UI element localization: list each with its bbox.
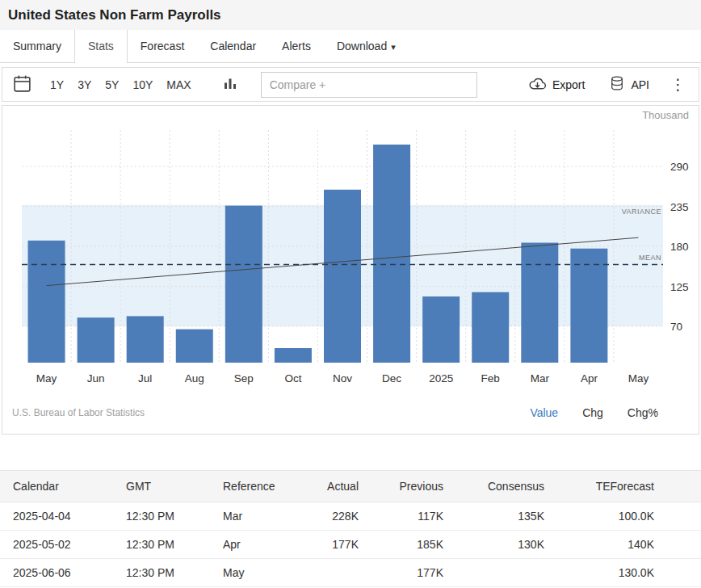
tab-calendar[interactable]: Calendar — [197, 30, 269, 62]
compare-input[interactable] — [261, 72, 477, 98]
tab-alerts[interactable]: Alerts — [269, 30, 324, 62]
cell-actual — [299, 559, 371, 587]
cell-previous: 117K — [371, 502, 456, 531]
cell-actual: 228K — [299, 502, 371, 531]
range-5y[interactable]: 5Y — [105, 78, 119, 91]
cell-calendar: 2025-06-06 — [0, 559, 113, 587]
api-label: API — [631, 78, 649, 91]
range-1y[interactable]: 1Y — [50, 78, 64, 91]
table-row: 2025-04-04 12:30 PM Mar 228K 117K 135K 1… — [0, 502, 701, 531]
svg-text:235: 235 — [670, 201, 689, 213]
svg-text:125: 125 — [670, 281, 689, 293]
payrolls-chart[interactable]: 70125180235290VARIANCEMEANMayJunJulAugSe… — [7, 124, 694, 401]
table-row: 2025-05-02 12:30 PM Apr 177K 185K 130K 1… — [0, 531, 701, 559]
tab-label: Download — [337, 40, 387, 52]
cell-calendar: 2025-04-04 — [0, 502, 113, 531]
cloud-download-icon — [528, 74, 547, 95]
api-button[interactable]: API — [609, 74, 649, 94]
date-range-picker-button[interactable] — [12, 74, 32, 96]
svg-text:MEAN: MEAN — [639, 254, 661, 262]
svg-text:Jun: Jun — [87, 372, 105, 384]
caret-down-icon: ▾ — [391, 42, 396, 52]
y-axis-unit-label: Thousand — [7, 109, 694, 124]
svg-text:Feb: Feb — [481, 372, 500, 384]
database-icon — [609, 74, 625, 94]
cell-teforecast: 100.0K — [557, 502, 701, 531]
cell-actual: 177K — [299, 531, 371, 559]
svg-text:Aug: Aug — [185, 372, 204, 384]
cell-reference: Apr — [210, 531, 299, 559]
svg-text:70: 70 — [670, 321, 682, 333]
releases-table: Calendar GMT Reference Actual Previous C… — [0, 470, 701, 587]
svg-text:Sep: Sep — [234, 372, 254, 384]
cell-consensus: 135K — [456, 502, 557, 531]
mode-chg[interactable]: Chg — [582, 406, 603, 419]
svg-text:Jul: Jul — [138, 372, 152, 384]
col-header-teforecast: TEForecast — [557, 471, 701, 502]
table-row: 2025-06-06 12:30 PM May 177K 130.0K — [0, 559, 701, 587]
page-title: United States Non Farm Payrolls — [8, 7, 693, 23]
col-header-calendar: Calendar — [0, 471, 113, 502]
tab-label: Stats — [88, 40, 114, 52]
releases-table-section: Calendar GMT Reference Actual Previous C… — [0, 470, 701, 587]
svg-text:May: May — [36, 372, 57, 384]
tab-download[interactable]: Download▾ — [324, 30, 409, 62]
tab-summary[interactable]: Summary — [0, 30, 74, 62]
chart-type-button[interactable] — [222, 75, 238, 94]
svg-text:VARIANCE: VARIANCE — [622, 208, 661, 216]
tab-label: Calendar — [210, 40, 256, 52]
table-header-row: Calendar GMT Reference Actual Previous C… — [0, 471, 701, 502]
cell-gmt: 12:30 PM — [113, 559, 210, 587]
svg-text:180: 180 — [670, 241, 689, 253]
cell-calendar: 2025-05-02 — [0, 531, 113, 559]
cell-previous: 185K — [371, 531, 456, 559]
chart-panel: Thousand 70125180235290VARIANCEMEANMayJu… — [2, 105, 699, 435]
export-button[interactable]: Export — [528, 74, 585, 95]
title-bar: United States Non Farm Payrolls — [0, 0, 701, 30]
data-source-label: U.S. Bureau of Labor Statistics — [12, 407, 145, 418]
range-selector: 1Y 3Y 5Y 10Y MAX — [50, 78, 191, 91]
tab-label: Summary — [13, 40, 61, 52]
svg-text:Oct: Oct — [284, 372, 301, 384]
cell-gmt: 12:30 PM — [113, 531, 210, 559]
tab-forecast[interactable]: Forecast — [128, 30, 197, 62]
cell-teforecast: 140K — [557, 531, 701, 559]
mode-chg-pct[interactable]: Chg% — [628, 406, 658, 419]
chart-footer: U.S. Bureau of Labor Statistics Value Ch… — [7, 401, 694, 419]
col-header-reference: Reference — [210, 471, 299, 502]
range-max[interactable]: MAX — [166, 78, 191, 91]
tab-label: Forecast — [141, 40, 184, 52]
cell-previous: 177K — [371, 559, 456, 587]
svg-text:Nov: Nov — [333, 372, 352, 384]
tab-bar: Summary Stats Forecast Calendar Alerts D… — [0, 30, 701, 63]
cell-gmt: 12:30 PM — [113, 502, 210, 531]
col-header-previous: Previous — [371, 471, 456, 502]
cell-reference: May — [210, 559, 299, 587]
col-header-consensus: Consensus — [456, 471, 557, 502]
chart-mode-switch: Value Chg Chg% — [530, 406, 658, 419]
svg-text:Mar: Mar — [531, 372, 550, 384]
tab-stats[interactable]: Stats — [74, 30, 128, 63]
svg-text:Dec: Dec — [382, 372, 401, 384]
export-label: Export — [552, 78, 585, 91]
cell-consensus: 130K — [456, 531, 557, 559]
svg-text:2025: 2025 — [429, 372, 453, 384]
svg-text:May: May — [628, 372, 649, 384]
cell-teforecast: 130.0K — [557, 559, 701, 587]
tab-label: Alerts — [282, 40, 311, 52]
more-options-icon[interactable]: ⋮ — [670, 77, 686, 92]
bar-chart-icon — [222, 75, 238, 94]
cell-consensus — [456, 559, 557, 587]
svg-text:290: 290 — [670, 161, 689, 173]
chart-toolbar: 1Y 3Y 5Y 10Y MAX Export — [2, 67, 699, 102]
calendar-icon — [12, 74, 32, 96]
col-header-actual: Actual — [299, 471, 371, 502]
col-header-gmt: GMT — [113, 471, 210, 502]
cell-reference: Mar — [210, 502, 299, 531]
range-10y[interactable]: 10Y — [132, 78, 153, 91]
range-3y[interactable]: 3Y — [78, 78, 91, 91]
svg-text:Apr: Apr — [581, 372, 598, 384]
mode-value[interactable]: Value — [530, 406, 558, 419]
